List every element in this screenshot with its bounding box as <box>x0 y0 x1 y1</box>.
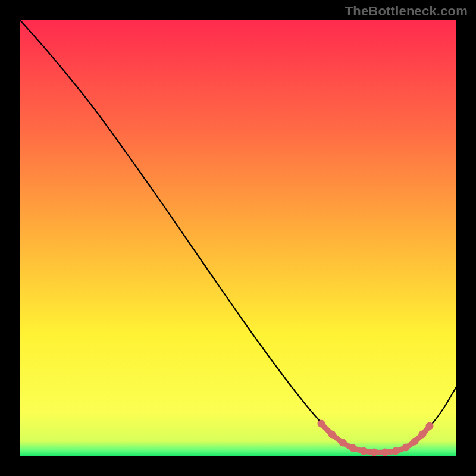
highlight-dot <box>349 444 357 452</box>
highlight-dot <box>371 449 378 456</box>
bottleneck-chart <box>0 0 476 476</box>
highlight-dot <box>381 449 389 456</box>
highlight-dot <box>360 447 368 455</box>
highlight-dot <box>328 431 336 439</box>
plot-background <box>20 20 456 456</box>
highlight-dot <box>339 439 347 447</box>
highlight-dot <box>419 431 427 439</box>
highlight-dot <box>318 420 325 428</box>
highlight-dot <box>402 444 410 452</box>
chart-stage: TheBottleneck.com <box>0 0 476 476</box>
highlight-dot <box>426 422 434 430</box>
highlight-dot <box>411 438 419 446</box>
highlight-dot <box>392 447 400 455</box>
